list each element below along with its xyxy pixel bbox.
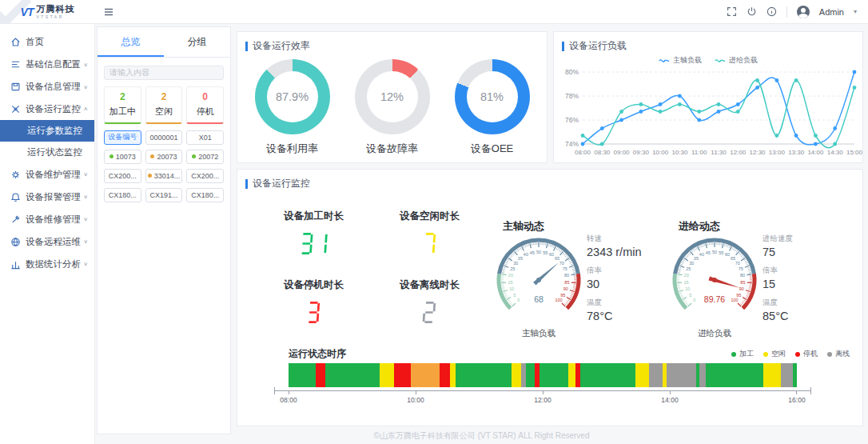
- device-chip[interactable]: 33014...: [145, 169, 183, 183]
- status-card[interactable]: 2加工中: [104, 86, 141, 124]
- metric-value: 15: [762, 278, 850, 290]
- device-chip[interactable]: 20072: [186, 150, 224, 164]
- device-chip[interactable]: CX200...: [186, 169, 224, 183]
- device-chip[interactable]: 10073: [104, 150, 141, 164]
- sidebar-item[interactable]: 设备维修管理∨: [0, 208, 94, 230]
- status-count: 2: [146, 91, 182, 102]
- timeline-legend-item[interactable]: 离线: [827, 349, 850, 359]
- svg-text:12:00: 12:00: [730, 149, 747, 156]
- timeline-legend-item[interactable]: 空闲: [763, 349, 786, 359]
- timeline-axis: 08:0010:0012:0014:0016:00: [289, 390, 797, 408]
- chevron-down-icon[interactable]: ▾: [854, 8, 857, 15]
- device-chip[interactable]: CX191...: [145, 188, 183, 202]
- duration-label: 设备停机时长: [260, 278, 368, 292]
- svg-text:20: 20: [508, 273, 513, 278]
- timeline-segment: [325, 363, 379, 387]
- device-chip[interactable]: 0000001: [145, 130, 183, 145]
- monitor-panel: 设备运行监控 设备加工时长设备空闲时长设备停机时长设备离线时长 主轴动态 051…: [237, 169, 863, 426]
- title-bar-decoration: [245, 42, 248, 51]
- svg-text:68: 68: [534, 294, 543, 304]
- device-chip[interactable]: CX180...: [186, 188, 224, 202]
- svg-text:15: 15: [508, 280, 513, 285]
- user-name[interactable]: Admin: [819, 7, 844, 17]
- duration-stat: 设备空闲时长: [376, 210, 484, 258]
- sidebar-item[interactable]: 数据统计分析∨: [0, 253, 94, 275]
- duration-value: [260, 233, 368, 258]
- donut-label: 设备OEE: [471, 142, 513, 156]
- axis-label: 14:00: [661, 396, 678, 404]
- device-chip[interactable]: X01: [186, 130, 224, 145]
- device-chip[interactable]: 设备编号: [104, 130, 141, 145]
- donut-ring: 81%: [455, 59, 530, 134]
- sidebar-item-label: 基础信息配置: [26, 58, 83, 70]
- tab-分组[interactable]: 分组: [164, 27, 230, 57]
- sidebar-item[interactable]: 设备维护管理∨: [0, 163, 94, 186]
- svg-text:65: 65: [731, 256, 735, 261]
- sidebar-subitem[interactable]: 运行状态监控: [0, 142, 94, 163]
- device-chip-label: CX200...: [109, 172, 137, 180]
- duration-label: 设备空闲时长: [376, 210, 484, 223]
- power-icon[interactable]: [747, 6, 757, 17]
- svg-text:08:00: 08:00: [575, 149, 591, 156]
- metric-value: 30: [587, 278, 675, 290]
- donut-value: 87.9%: [276, 90, 309, 103]
- metric-value: 85°C: [762, 310, 850, 322]
- donut-ring: 12%: [355, 59, 430, 134]
- sidebar-item[interactable]: 设备信息管理∨: [0, 75, 94, 98]
- chevron-down-icon: ∨: [83, 194, 88, 199]
- device-chip[interactable]: CX200...: [104, 169, 141, 183]
- info-icon[interactable]: [766, 6, 777, 17]
- sidebar-item[interactable]: 设备远程运维∨: [0, 230, 94, 253]
- collapse-menu-icon[interactable]: [103, 6, 114, 18]
- device-info-icon: [10, 82, 21, 92]
- axis-tick: [543, 390, 543, 394]
- tab-总览[interactable]: 总览: [98, 27, 164, 57]
- svg-text:25: 25: [686, 266, 691, 271]
- svg-text:5: 5: [513, 293, 516, 298]
- timeline-segment: [316, 363, 326, 387]
- fullscreen-icon[interactable]: [727, 6, 737, 17]
- legend-item[interactable]: 主轴负载: [659, 55, 702, 66]
- gauge-metric: 倍率30: [587, 266, 675, 290]
- timeline-segment: [568, 363, 576, 387]
- axis-label: 08:00: [280, 396, 297, 404]
- timeline-segment: [450, 363, 456, 387]
- maintenance-icon: [10, 170, 21, 180]
- svg-text:40: 40: [524, 252, 528, 257]
- svg-text:25: 25: [510, 266, 515, 271]
- svg-text:11:30: 11:30: [711, 149, 727, 156]
- sidebar-item[interactable]: 基础信息配置∨: [0, 53, 94, 75]
- sidebar-subitem[interactable]: 运行参数监控: [0, 120, 94, 142]
- search-input[interactable]: [104, 66, 224, 80]
- sidebar-item[interactable]: 设备运行监控∧: [0, 98, 94, 120]
- timeline-legend-item[interactable]: 加工: [731, 349, 754, 359]
- legend-item[interactable]: 进给负载: [715, 55, 758, 66]
- device-chip[interactable]: 20073: [145, 150, 183, 164]
- home-icon: [10, 37, 21, 47]
- status-card[interactable]: 2空闲: [145, 86, 183, 124]
- device-status-dot: [150, 154, 154, 158]
- sidebar-item[interactable]: 设备报警管理∨: [0, 186, 94, 208]
- metric-label: 倍率: [587, 266, 675, 276]
- svg-text:60: 60: [725, 252, 730, 257]
- app-header: VT 万腾科技 VTSTAR A: [0, 0, 868, 24]
- svg-text:89.76: 89.76: [704, 294, 725, 304]
- svg-text:10: 10: [509, 286, 514, 291]
- device-chip-label: 设备编号: [108, 132, 137, 142]
- donut-chart: 81%设备OEE: [455, 59, 530, 156]
- status-card[interactable]: 0停机: [186, 86, 224, 124]
- timeline-legend-item[interactable]: 停机: [795, 349, 818, 359]
- timeline-segment: [512, 363, 521, 387]
- avatar[interactable]: [797, 6, 810, 18]
- feed-gauge-label: 进给负载: [667, 328, 762, 339]
- device-chip[interactable]: CX180...: [104, 188, 141, 202]
- svg-text:100: 100: [555, 298, 563, 302]
- spindle-gauge-label: 主轴负载: [491, 328, 587, 339]
- duration-label: 设备加工时长: [260, 210, 368, 223]
- sidebar-item[interactable]: 首页: [0, 30, 94, 53]
- device-chip-label: CX191...: [149, 191, 177, 199]
- duration-value: [376, 302, 484, 326]
- metric-label: 进给速度: [762, 234, 850, 244]
- gauge-metric: 温度78°C: [587, 298, 675, 322]
- spindle-gauge: 0510152025303540455055606570758085909510…: [491, 230, 587, 333]
